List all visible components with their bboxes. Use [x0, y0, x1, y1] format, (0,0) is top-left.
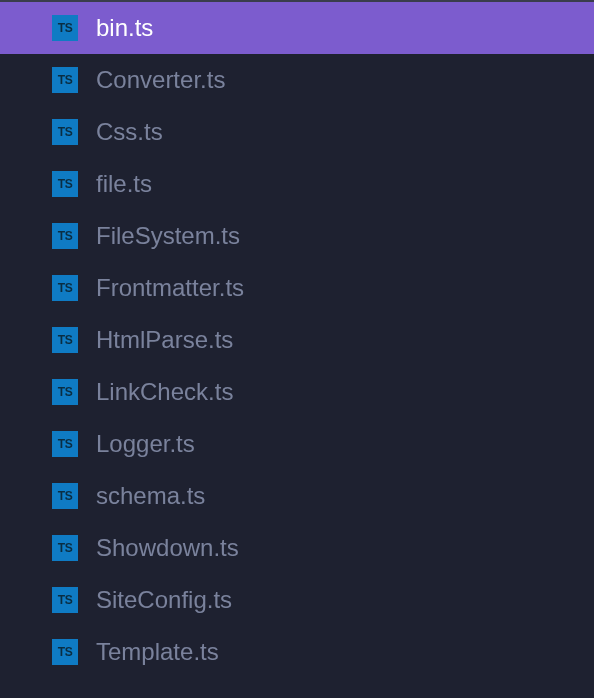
file-item[interactable]: TSShowdown.ts	[0, 522, 594, 574]
typescript-file-icon: TS	[52, 223, 78, 249]
file-item[interactable]: TSConverter.ts	[0, 54, 594, 106]
file-item[interactable]: TSFrontmatter.ts	[0, 262, 594, 314]
file-name: Template.ts	[96, 638, 219, 666]
file-name: Frontmatter.ts	[96, 274, 244, 302]
file-icon-label: TS	[58, 21, 72, 35]
typescript-file-icon: TS	[52, 171, 78, 197]
file-name: Converter.ts	[96, 66, 225, 94]
file-name: SiteConfig.ts	[96, 586, 232, 614]
file-name: LinkCheck.ts	[96, 378, 233, 406]
file-name: schema.ts	[96, 482, 205, 510]
file-icon-label: TS	[58, 645, 72, 659]
file-icon-label: TS	[58, 437, 72, 451]
file-name: Showdown.ts	[96, 534, 239, 562]
file-name: HtmlParse.ts	[96, 326, 233, 354]
file-item[interactable]: TSLinkCheck.ts	[0, 366, 594, 418]
typescript-file-icon: TS	[52, 119, 78, 145]
file-icon-label: TS	[58, 73, 72, 87]
file-icon-label: TS	[58, 333, 72, 347]
typescript-file-icon: TS	[52, 587, 78, 613]
file-item[interactable]: TSHtmlParse.ts	[0, 314, 594, 366]
typescript-file-icon: TS	[52, 379, 78, 405]
file-name: Css.ts	[96, 118, 163, 146]
file-item[interactable]: TSbin.ts	[0, 2, 594, 54]
file-name: Logger.ts	[96, 430, 195, 458]
file-item[interactable]: TSFileSystem.ts	[0, 210, 594, 262]
typescript-file-icon: TS	[52, 483, 78, 509]
file-list: TSbin.tsTSConverter.tsTSCss.tsTSfile.tsT…	[0, 2, 594, 678]
typescript-file-icon: TS	[52, 327, 78, 353]
file-icon-label: TS	[58, 489, 72, 503]
typescript-file-icon: TS	[52, 67, 78, 93]
file-item[interactable]: TSTemplate.ts	[0, 626, 594, 678]
file-icon-label: TS	[58, 541, 72, 555]
file-icon-label: TS	[58, 593, 72, 607]
file-name: file.ts	[96, 170, 152, 198]
file-name: FileSystem.ts	[96, 222, 240, 250]
typescript-file-icon: TS	[52, 431, 78, 457]
file-item[interactable]: TSschema.ts	[0, 470, 594, 522]
file-item[interactable]: TSSiteConfig.ts	[0, 574, 594, 626]
file-icon-label: TS	[58, 281, 72, 295]
file-icon-label: TS	[58, 125, 72, 139]
file-item[interactable]: TSCss.ts	[0, 106, 594, 158]
file-item[interactable]: TSfile.ts	[0, 158, 594, 210]
typescript-file-icon: TS	[52, 275, 78, 301]
typescript-file-icon: TS	[52, 639, 78, 665]
file-item[interactable]: TSLogger.ts	[0, 418, 594, 470]
typescript-file-icon: TS	[52, 535, 78, 561]
file-icon-label: TS	[58, 177, 72, 191]
file-icon-label: TS	[58, 385, 72, 399]
typescript-file-icon: TS	[52, 15, 78, 41]
file-icon-label: TS	[58, 229, 72, 243]
file-name: bin.ts	[96, 14, 153, 42]
